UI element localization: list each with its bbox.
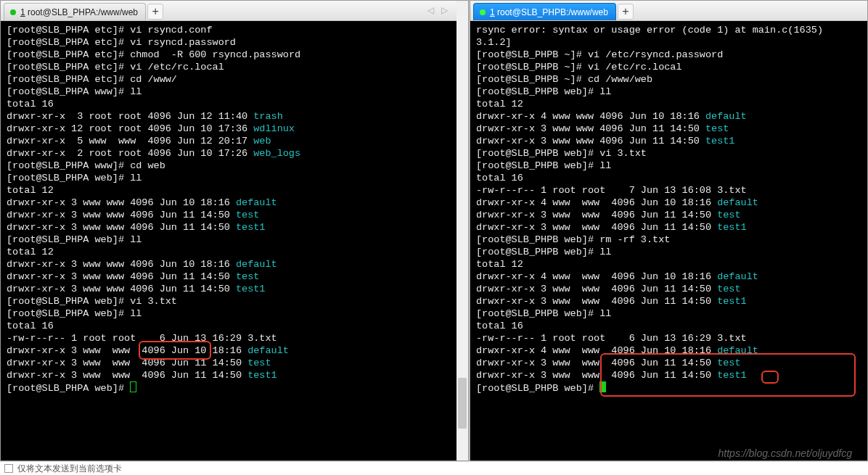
terminal-line: total 12 bbox=[7, 246, 464, 258]
terminal-line: [root@SLB_PHPB ~]# cd /www/web bbox=[476, 73, 863, 86]
terminal-line: drwxr-xr-x 5 www www 4096 Jun 12 20:17 w… bbox=[7, 135, 464, 147]
terminal-line: drwxr-xr-x 3 www www 4096 Jun 11 14:50 t… bbox=[476, 369, 863, 381]
terminal-line: [root@SLB_PHPA etc]# vi /etc/rc.local bbox=[7, 61, 464, 73]
terminal-line: [root@SLB_PHPA web]# bbox=[7, 381, 464, 395]
new-tab-button-left[interactable]: + bbox=[147, 4, 163, 20]
terminal-line: [root@SLB_PHPB web]# ll bbox=[476, 86, 863, 98]
terminal-line: [root@SLB_PHPA etc]# vi rsyncd.password bbox=[7, 36, 464, 49]
terminal-pane-b: 1 root@SLB_PHPB:/www/web + rsync error: … bbox=[470, 0, 868, 461]
scrollbar-left[interactable] bbox=[456, 1, 468, 460]
terminal-line: drwxr-xr-x 4 www www 4096 Jun 10 18:16 d… bbox=[476, 270, 863, 283]
terminal-line: drwxr-xr-x 3 www www 4096 Jun 11 14:50 t… bbox=[7, 270, 464, 283]
terminal-line: drwxr-xr-x 3 www www 4096 Jun 10 18:16 d… bbox=[7, 197, 464, 209]
terminal-line: drwxr-xr-x 4 www www 4096 Jun 10 18:16 d… bbox=[476, 110, 863, 123]
status-dot-icon bbox=[480, 9, 486, 15]
terminal-line: drwxr-xr-x 3 www www 4096 Jun 11 14:50 t… bbox=[7, 221, 464, 234]
tab-phpa[interactable]: 1 root@SLB_PHPA:/www/web bbox=[4, 3, 146, 20]
terminal-line: drwxr-xr-x 3 root root 4096 Jun 12 11:40… bbox=[7, 110, 464, 123]
checkbox-icon[interactable] bbox=[4, 464, 13, 473]
terminal-line: rsync error: syntax or usage error (code… bbox=[476, 24, 863, 36]
terminal-line: total 12 bbox=[7, 184, 464, 197]
status-dot-icon bbox=[10, 9, 16, 15]
terminal-line: drwxr-xr-x 3 www www 4096 Jun 11 14:50 t… bbox=[476, 295, 863, 307]
tab-title: 1 root@SLB_PHPB:/www/web bbox=[490, 7, 608, 17]
tabbar-right: 1 root@SLB_PHPB:/www/web + bbox=[470, 1, 867, 21]
terminal-line: [root@SLB_PHPB web]# bbox=[476, 381, 863, 395]
chevron-left-icon[interactable]: ◁ bbox=[427, 5, 434, 15]
chevron-right-icon[interactable]: ▷ bbox=[441, 5, 448, 15]
terminal-pane-a: 1 root@SLB_PHPA:/www/web + ◁ ▷ ✕ [root@S… bbox=[0, 0, 469, 461]
terminal-output-a[interactable]: [root@SLB_PHPA etc]# vi rsyncd.conf[root… bbox=[1, 21, 468, 460]
terminal-line: drwxr-xr-x 3 www www 4096 Jun 11 14:50 t… bbox=[7, 357, 464, 369]
terminal-line: total 12 bbox=[476, 258, 863, 270]
terminal-line: [root@SLB_PHPB web]# ll bbox=[476, 307, 863, 320]
terminal-line: drwxr-xr-x 3 www www 4096 Jun 10 18:16 d… bbox=[7, 258, 464, 270]
terminal-line: drwxr-xr-x 12 root root 4096 Jun 10 17:3… bbox=[7, 123, 464, 135]
terminal-output-b[interactable]: rsync error: syntax or usage error (code… bbox=[470, 21, 867, 460]
terminal-line: total 16 bbox=[7, 320, 464, 332]
terminal-line: [root@SLB_PHPA etc]# vi rsyncd.conf bbox=[7, 24, 464, 36]
terminal-line: [root@SLB_PHPB ~]# vi /etc/rsyncd.passwo… bbox=[476, 49, 863, 61]
terminal-line: -rw-r--r-- 1 root root 6 Jun 13 16:29 3.… bbox=[7, 332, 464, 344]
terminal-line: drwxr-xr-x 3 www www 4096 Jun 11 14:50 t… bbox=[476, 135, 863, 147]
terminal-line: 3.1.2] bbox=[476, 36, 863, 49]
tabbar-left: 1 root@SLB_PHPA:/www/web + ◁ ▷ ✕ bbox=[1, 1, 468, 21]
terminal-line: -rw-r--r-- 1 root root 6 Jun 13 16:29 3.… bbox=[476, 332, 863, 344]
terminal-line: drwxr-xr-x 3 www www 4096 Jun 11 14:50 t… bbox=[7, 369, 464, 381]
tab-phpb[interactable]: 1 root@SLB_PHPB:/www/web bbox=[473, 3, 616, 20]
terminal-line: total 16 bbox=[7, 98, 464, 110]
terminal-line: drwxr-xr-x 2 root root 4096 Jun 10 17:26… bbox=[7, 147, 464, 160]
terminal-line: drwxr-xr-x 4 www www 4096 Jun 10 18:16 d… bbox=[476, 344, 863, 357]
terminal-line: [root@SLB_PHPA www]# ll bbox=[7, 86, 464, 98]
terminal-line: [root@SLB_PHPA web]# ll bbox=[7, 172, 464, 184]
terminal-line: [root@SLB_PHPB web]# rm -rf 3.txt bbox=[476, 234, 863, 246]
terminal-line: -rw-r--r-- 1 root root 7 Jun 13 16:08 3.… bbox=[476, 184, 863, 197]
terminal-line: [root@SLB_PHPB web]# vi 3.txt bbox=[476, 147, 863, 160]
terminal-line: drwxr-xr-x 3 www www 4096 Jun 11 14:50 t… bbox=[476, 123, 863, 135]
terminal-line: [root@SLB_PHPB web]# ll bbox=[476, 160, 863, 172]
terminal-line: total 16 bbox=[476, 172, 863, 184]
terminal-line: drwxr-xr-x 4 www www 4096 Jun 10 18:16 d… bbox=[476, 197, 863, 209]
terminal-line: [root@SLB_PHPA web]# ll bbox=[7, 307, 464, 320]
status-text: 仅将文本发送到当前选项卡 bbox=[17, 463, 122, 475]
terminal-line: drwxr-xr-x 3 www www 4096 Jun 11 14:50 t… bbox=[476, 209, 863, 221]
terminal-line: total 16 bbox=[476, 320, 863, 332]
scrollbar-thumb[interactable] bbox=[458, 378, 467, 429]
tab-title: 1 root@SLB_PHPA:/www/web bbox=[20, 7, 138, 17]
terminal-line: [root@SLB_PHPA etc]# chmod -R 600 rsyncd… bbox=[7, 49, 464, 61]
terminal-line: drwxr-xr-x 3 www www 4096 Jun 11 14:50 t… bbox=[476, 357, 863, 369]
terminal-line: [root@SLB_PHPA web]# vi 3.txt bbox=[7, 295, 464, 307]
statusbar: 仅将文本发送到当前选项卡 bbox=[0, 461, 868, 475]
terminal-line: drwxr-xr-x 3 www www 4096 Jun 10 18:16 d… bbox=[7, 344, 464, 357]
terminal-line: drwxr-xr-x 3 www www 4096 Jun 11 14:50 t… bbox=[476, 283, 863, 295]
terminal-line: drwxr-xr-x 3 www www 4096 Jun 11 14:50 t… bbox=[7, 283, 464, 295]
terminal-line: [root@SLB_PHPA www]# cd web bbox=[7, 160, 464, 172]
terminal-line: total 12 bbox=[476, 98, 863, 110]
terminal-line: drwxr-xr-x 3 www www 4096 Jun 11 14:50 t… bbox=[476, 221, 863, 234]
terminal-line: [root@SLB_PHPB web]# ll bbox=[476, 246, 863, 258]
new-tab-button-right[interactable]: + bbox=[618, 4, 634, 20]
watermark: https://blog.csdn.net/oljuydfcg bbox=[718, 447, 852, 459]
terminal-line: [root@SLB_PHPB ~]# vi /etc/rc.local bbox=[476, 61, 863, 73]
terminal-line: [root@SLB_PHPA etc]# cd /www/ bbox=[7, 73, 464, 86]
terminal-line: [root@SLB_PHPA web]# ll bbox=[7, 234, 464, 246]
terminal-line: drwxr-xr-x 3 www www 4096 Jun 11 14:50 t… bbox=[7, 209, 464, 221]
